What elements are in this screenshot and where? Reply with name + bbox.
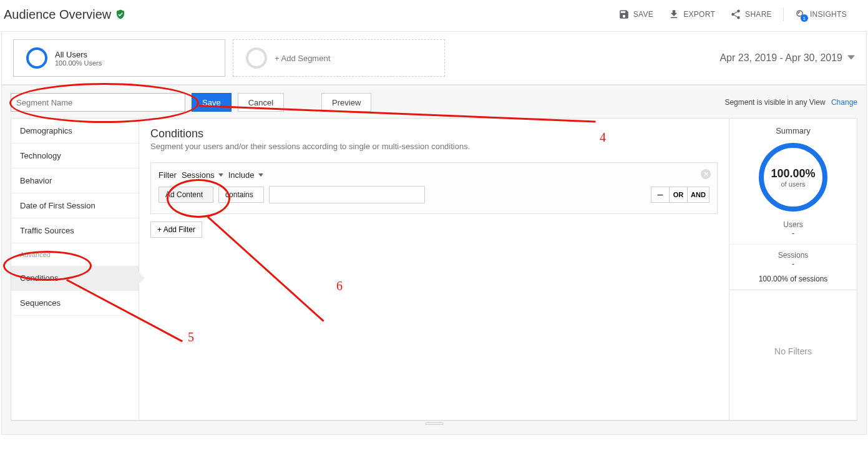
filter-box: ✕ Filter Sessions Include Ad Content con… [150,162,718,214]
filter-scope-dropdown[interactable]: Sessions [182,170,223,180]
sidenav-item-first-session[interactable]: Date of First Session [11,193,139,218]
segment-builder: Save Cancel Preview Segment is visible i… [1,85,867,435]
chevron-down-icon [847,52,855,64]
users-label: Users [736,220,851,229]
sessions-value: - [736,260,851,268]
date-range-picker[interactable]: Apr 23, 2019 - Apr 30, 2019 [719,52,855,64]
cancel-button[interactable]: Cancel [238,93,284,112]
insights-action[interactable]: 1 INSIGHTS [789,5,853,24]
sidenav-item-traffic-sources[interactable]: Traffic Sources [11,218,139,243]
insights-icon: 1 [795,9,806,20]
donut-sublabel: of users [781,180,805,188]
export-label: EXPORT [683,10,715,19]
sidenav-advanced-label: Advanced [11,243,139,266]
filter-include-dropdown[interactable]: Include [228,170,263,180]
chevron-down-icon [258,173,263,177]
share-label: SHARE [745,10,772,19]
visibility-change-link[interactable]: Change [831,98,857,107]
share-action[interactable]: SHARE [724,5,778,24]
builder-sidenav: Demographics Technology Behavior Date of… [11,119,139,420]
or-button[interactable]: OR [669,187,688,203]
summary-pane: Summary 100.00% of users Users - Session… [729,119,857,420]
donut-percent: 100.00% [771,167,815,180]
export-action[interactable]: EXPORT [662,5,721,24]
builder-body: Demographics Technology Behavior Date of… [11,118,857,421]
header-actions: SAVE EXPORT SHARE 1 INSIGHTS [612,5,853,24]
sidenav-item-technology[interactable]: Technology [11,144,139,168]
chevron-down-icon [218,173,223,177]
page-title: Audience Overview [4,7,111,22]
sidenav-item-behavior[interactable]: Behavior [11,168,139,193]
row-operators: – OR AND [651,187,710,203]
conditions-subtitle: Segment your users and/or their sessions… [150,142,718,151]
filter-row: Ad Content contains – OR AND [158,186,710,203]
resize-handle[interactable] [11,421,857,426]
segment-visibility: Segment is visible in any View Change [724,98,857,107]
segment-title: All Users [55,50,102,59]
remove-row-button[interactable]: – [651,187,670,203]
insights-label: INSIGHTS [810,10,847,19]
users-value: - [736,229,851,238]
summary-divider [729,244,857,245]
sessions-percent: 100.00% of sessions [736,275,851,283]
save-button[interactable]: Save [192,93,232,112]
summary-donut-chart: 100.00% of users [759,143,827,212]
add-segment-label: + Add Segment [275,54,330,63]
save-label: SAVE [633,10,653,19]
operator-dropdown[interactable]: contains [218,187,264,203]
preview-button[interactable]: Preview [321,93,371,112]
save-icon [618,9,630,20]
no-filters-label: No Filters [729,290,857,412]
add-segment-card[interactable]: + Add Segment [233,39,445,77]
segment-circle-placeholder-icon [246,47,267,69]
page-header: Audience Overview SAVE EXPORT SHARE 1 IN… [0,0,868,31]
export-icon [668,9,680,20]
conditions-pane: Conditions Segment your users and/or the… [139,119,729,420]
segment-name-input[interactable] [11,93,185,112]
summary-title: Summary [736,126,851,135]
date-range-text: Apr 23, 2019 - Apr 30, 2019 [719,52,842,64]
segment-circle-icon [26,47,47,69]
insights-badge: 1 [801,14,808,22]
header-divider [783,7,784,21]
segment-info: All Users 100.00% Users [55,50,102,67]
visibility-text: Segment is visible in any View [724,98,825,107]
segment-bar: All Users 100.00% Users + Add Segment Ap… [1,31,867,85]
conditions-title: Conditions [150,127,718,140]
sidenav-item-sequences[interactable]: Sequences [11,291,139,316]
segment-sub: 100.00% Users [55,59,102,67]
header-left: Audience Overview [4,7,126,22]
condition-value-input[interactable] [269,186,425,203]
add-filter-button[interactable]: + Add Filter [150,222,202,238]
save-action[interactable]: SAVE [612,5,660,24]
builder-toolbar: Save Cancel Preview Segment is visible i… [11,93,857,118]
dimension-dropdown[interactable]: Ad Content [158,187,213,203]
sessions-label: Sessions [736,251,851,260]
and-button[interactable]: AND [687,187,710,203]
filter-label: Filter [158,170,177,180]
sidenav-item-demographics[interactable]: Demographics [11,119,139,144]
segment-all-users[interactable]: All Users 100.00% Users [13,39,225,77]
share-icon [730,9,741,20]
filter-header: Filter Sessions Include [158,170,710,180]
remove-filter-icon[interactable]: ✕ [701,169,711,179]
shield-verified-icon [115,9,126,20]
sidenav-item-conditions[interactable]: Conditions [11,266,139,291]
